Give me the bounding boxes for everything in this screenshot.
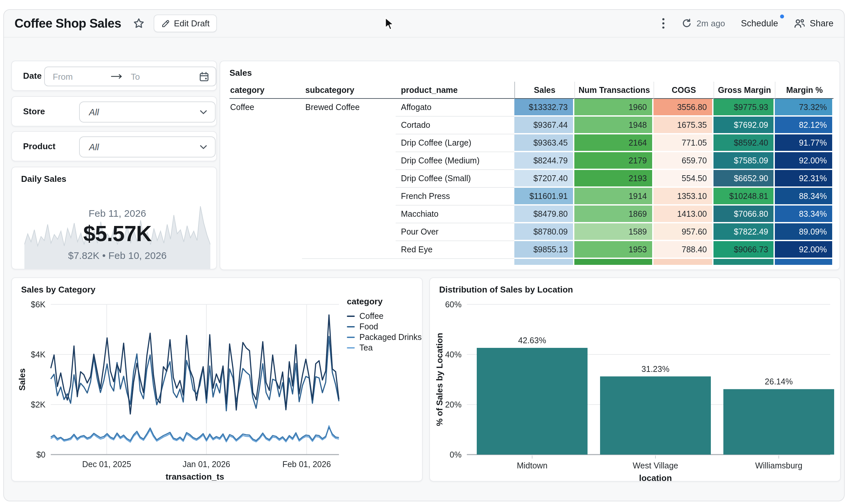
- store-select-value: All: [89, 107, 99, 117]
- store-select[interactable]: All: [79, 102, 215, 123]
- schedule-button[interactable]: Schedule: [741, 18, 778, 28]
- svg-text:Feb 01, 2026: Feb 01, 2026: [282, 460, 331, 469]
- refresh-button[interactable]: 2m ago: [682, 18, 725, 28]
- svg-text:60%: 60%: [445, 300, 462, 309]
- cell-product-name: French Press: [396, 188, 514, 205]
- column-header: subcategory: [302, 82, 396, 99]
- cell-category: Coffee: [229, 99, 302, 116]
- cell-subcategory: [302, 134, 396, 152]
- cell-value: $7822.49: [713, 223, 775, 241]
- date-range-input[interactable]: From To: [44, 67, 216, 86]
- more-menu-button[interactable]: [661, 16, 666, 30]
- cell-category: [229, 205, 302, 223]
- cell-value: 2193: [574, 170, 654, 188]
- svg-text:$4K: $4K: [31, 350, 46, 359]
- product-select[interactable]: All: [79, 137, 215, 158]
- daily-sales-card: Daily Sales Feb 11, 2026 $5.57K $7.82K •…: [11, 167, 217, 269]
- cell-value: $6652.90: [713, 170, 775, 188]
- sales-table-title: Sales: [229, 68, 252, 78]
- cell-value: 1948: [574, 116, 654, 134]
- column-header: COGS: [654, 82, 713, 99]
- cell-value: 2164: [574, 134, 654, 152]
- cell-value: $11601.91: [514, 188, 574, 205]
- legend-swatch: [347, 347, 355, 348]
- cell-value: $13332.73: [514, 99, 574, 116]
- legend-label: Tea: [359, 343, 373, 353]
- cell-value: 2179: [574, 152, 654, 170]
- column-header: Sales: [514, 82, 574, 99]
- cell-value: 788.40: [654, 241, 713, 259]
- cell-value: $7066.80: [713, 205, 775, 223]
- cell-value: 1960: [574, 99, 654, 116]
- refresh-timestamp: 2m ago: [697, 18, 725, 28]
- svg-text:% of Sales by Location: % of Sales by Location: [435, 333, 445, 426]
- svg-text:42.63%: 42.63%: [518, 336, 546, 345]
- cell-value: $7585.09: [713, 152, 775, 170]
- line-chart-legend: category CoffeeFoodPackaged DrinksTea: [347, 296, 422, 353]
- cell-value: 92.00%: [775, 152, 833, 170]
- page-title: Coffee Shop Sales: [15, 16, 121, 31]
- cell-subcategory: Brewed Coffee: [302, 99, 396, 116]
- cell-value: 554.50: [654, 170, 713, 188]
- cell-value: $7692.09: [713, 116, 775, 134]
- distribution-card: Distribution of Sales by Location 0%20%4…: [429, 277, 841, 482]
- daily-sales-title: Daily Sales: [21, 174, 66, 184]
- svg-text:0%: 0%: [450, 450, 462, 459]
- cell-product-name: Drip Coffee (Large): [396, 134, 514, 152]
- cell-value: $9367.44: [514, 116, 574, 134]
- cell-value: 73.32%: [775, 99, 833, 116]
- edit-draft-button[interactable]: Edit Draft: [153, 15, 217, 32]
- share-button[interactable]: Share: [794, 18, 833, 28]
- date-filter-card: Date From To: [11, 60, 217, 91]
- cell-value: $10248.81: [713, 188, 775, 205]
- date-filter-label: Date: [23, 71, 41, 81]
- cell-value: 1869: [574, 205, 654, 223]
- cell-category: [229, 241, 302, 259]
- sales-table-card: Sales categorysubcategoryproduct_nameSal…: [220, 60, 840, 270]
- refresh-icon: [682, 18, 692, 28]
- sales-table-scroll-area[interactable]: categorysubcategoryproduct_nameSalesNum …: [229, 82, 834, 265]
- legend-label: Food: [359, 322, 378, 331]
- cell-category: [229, 223, 302, 241]
- calendar-icon[interactable]: [199, 71, 209, 82]
- cell-value: 3556.80: [654, 99, 713, 116]
- column-header: category: [229, 82, 302, 99]
- cell-subcategory: [302, 223, 396, 241]
- svg-text:40%: 40%: [445, 350, 462, 359]
- cell-value: 771.05: [654, 134, 713, 152]
- date-to-placeholder: To: [131, 71, 140, 82]
- cell-value: $9066.73: [713, 241, 775, 259]
- cell-empty: [396, 259, 514, 265]
- star-icon[interactable]: [133, 18, 144, 29]
- cell-value-partial: [654, 259, 713, 265]
- svg-text:$0: $0: [36, 450, 46, 459]
- cell-value: $9775.93: [713, 99, 775, 116]
- svg-text:26.14%: 26.14%: [765, 377, 793, 386]
- line-chart-title: Sales by Category: [21, 285, 95, 294]
- cell-subcategory: [302, 188, 396, 205]
- cell-value: $8244.79: [514, 152, 574, 170]
- sales-by-category-card: Sales by Category $0$2K$4K$6KDec 01, 202…: [11, 277, 423, 482]
- app-window: Coffee Shop Sales Edit Draft 2m ago: [3, 9, 845, 501]
- svg-text:20%: 20%: [445, 400, 462, 409]
- legend-item: Packaged Drinks: [347, 332, 422, 343]
- cell-value: 1953: [574, 241, 654, 259]
- cell-category: [229, 116, 302, 134]
- cell-value: 92.00%: [775, 241, 833, 259]
- cell-product-name: Macchiato: [396, 205, 514, 223]
- svg-text:Jan 01, 2026: Jan 01, 2026: [183, 460, 230, 469]
- svg-text:$2K: $2K: [31, 400, 46, 409]
- svg-text:West Village: West Village: [633, 461, 678, 470]
- cell-value: $9855.13: [514, 241, 574, 259]
- column-header: Num Transactions: [574, 82, 654, 99]
- cell-product-name: Affogato: [396, 99, 514, 116]
- cell-value: $8479.80: [514, 205, 574, 223]
- arrow-right-icon: [111, 74, 124, 79]
- cell-subcategory: [302, 170, 396, 188]
- legend-item: Tea: [347, 343, 422, 353]
- cell-subcategory: [302, 241, 396, 259]
- sales-table: categorysubcategoryproduct_nameSalesNum …: [229, 82, 834, 265]
- bar-chart-plot: 0%20%40%60%42.63%Midtown31.23%West Villa…: [434, 296, 837, 482]
- chevron-down-icon: [200, 110, 207, 114]
- share-people-icon: [794, 18, 805, 28]
